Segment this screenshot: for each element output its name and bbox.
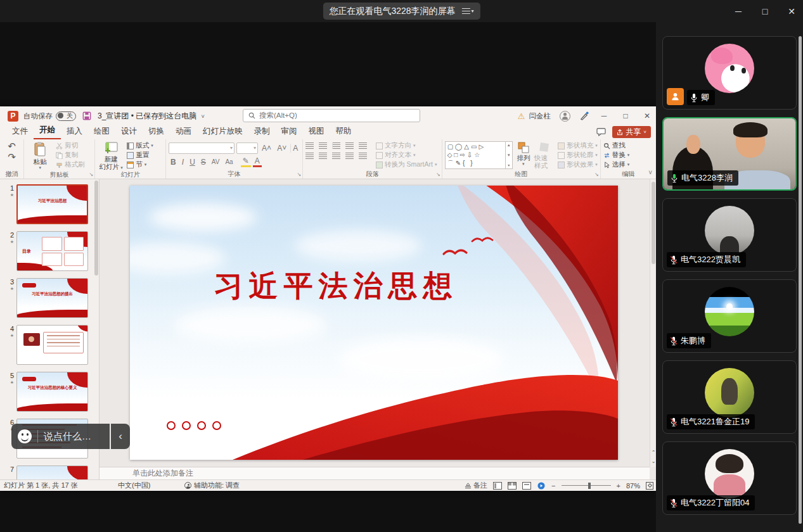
sidebar-scrollbar[interactable] [799,36,802,524]
columns-button[interactable] [359,153,367,159]
highlight-color-button[interactable]: ✎ [241,156,251,167]
reset-button[interactable]: 重置 [127,151,153,160]
dialog-launcher-icon[interactable]: ↘ [89,172,93,177]
participant-tile[interactable]: 电气3222丁留阳04 [662,441,797,515]
participant-tile[interactable]: 朱鹏博 [662,279,797,353]
slide-thumb-image[interactable]: 习近平法治思想的核心要义 [16,372,88,412]
quick-styles-button[interactable]: 快速样式 [534,141,554,169]
slide-sorter-view-button[interactable] [508,482,517,490]
autosave-control[interactable]: 自动保存 关 [23,111,76,121]
tab-help[interactable]: 帮助 [330,126,357,139]
tab-slideshow[interactable]: 幻灯片放映 [197,126,248,139]
slide-title[interactable]: 习近平法治思想 [130,267,542,306]
slide-canvas[interactable]: 习近平法治思想 [130,186,618,460]
draw-pen-icon[interactable] [579,111,589,121]
warning-icon[interactable]: ⚠ [518,111,525,121]
font-color-button[interactable]: A [253,156,262,167]
ppt-restore-button[interactable]: □ [619,111,632,120]
language-status[interactable]: 中文(中国) [118,481,184,490]
redo-button[interactable]: ↷ [8,152,16,162]
close-button[interactable]: ✕ [787,6,797,16]
increase-indent-button[interactable] [345,142,354,149]
account-name[interactable]: 闫金柱 [529,111,551,121]
smartart-button[interactable]: 转换为 SmartArt ▾ [376,160,437,169]
undo-button[interactable]: ↶ [8,141,16,151]
reading-view-button[interactable] [522,482,531,490]
format-painter-button[interactable]: 格式刷 [56,160,85,169]
banner-menu-icon[interactable]: ▾ [462,8,474,14]
numbering-button[interactable] [319,142,327,149]
bold-button[interactable]: B [169,158,178,167]
dialog-launcher-icon[interactable]: ↘ [297,172,301,177]
thumbnail-7[interactable]: 7 [4,466,88,479]
tab-file[interactable]: 文件 [6,126,34,139]
tab-design[interactable]: 设计 [115,126,143,139]
notes-toggle-button[interactable]: 备注 [465,481,487,490]
text-direction-button[interactable]: 文字方向 ▾ [376,141,437,150]
zoom-out-button[interactable]: − [551,482,555,490]
change-case-button[interactable]: Aa [223,158,234,165]
arrange-button[interactable]: 排列 ▾ [515,141,532,167]
shape-outline-button[interactable]: 形状轮廓 ▾ [558,151,598,160]
accessibility-status[interactable]: 辅助功能: 调查 [184,481,240,490]
grow-font-button[interactable]: A˄ [260,144,273,153]
clear-formatting-button[interactable]: A [290,144,300,153]
select-button[interactable]: 选择 ▾ [603,160,630,169]
autosave-toggle[interactable]: 关 [56,111,76,121]
bullets-button[interactable] [305,142,314,149]
slide-thumb-image[interactable] [16,466,88,479]
tab-review[interactable]: 审阅 [276,126,303,139]
character-spacing-button[interactable]: AV [210,158,222,165]
thumbnail-2[interactable]: 2 ★ 目录 [4,231,88,271]
participant-tile[interactable]: 电气3221鲁金正19 [662,360,797,434]
comment-icon[interactable] [596,128,606,136]
slide-thumb-image[interactable]: 习近平法治思想的提出 [16,278,88,318]
tab-view[interactable]: 视图 [303,126,330,139]
copy-button[interactable]: 复制 [56,151,85,160]
align-right-button[interactable] [332,153,340,159]
shrink-font-button[interactable]: A˅ [275,144,288,153]
ppt-minimize-button[interactable]: ─ [598,111,610,120]
tab-animations[interactable]: 动画 [170,126,197,139]
zoom-slider[interactable] [562,485,611,486]
share-button[interactable]: 共享 ˅ [612,126,651,138]
font-size-combobox[interactable] [236,142,258,154]
align-left-button[interactable] [305,153,314,159]
viewing-banner[interactable]: 您正在观看电气3228李润的屏幕 ▾ [323,3,480,20]
thumbnail-4[interactable]: 4 ★ [4,325,88,365]
collapse-ribbon-button[interactable]: ˅ [648,169,652,176]
thumbnail-3[interactable]: 3 ★ 习近平法治思想的提出 [4,278,88,318]
tab-insert[interactable]: 插入 [61,126,88,139]
line-spacing-button[interactable] [359,142,367,149]
font-name-combobox[interactable] [169,142,234,154]
normal-view-button[interactable] [493,482,502,490]
shapes-gallery[interactable]: ▢◯△▭▷ ◇□⇨⇩☆ ⌒✎{ } [445,141,506,169]
tab-draw[interactable]: 绘图 [88,126,115,139]
underline-button[interactable]: U [188,158,197,167]
paste-button[interactable]: 粘贴 ▾ [27,141,53,170]
slide-position-status[interactable]: 幻灯片 第 1 张, 共 17 张 [4,481,118,490]
shapes-gallery-scroll[interactable]: ▲ ▼ ▾ [506,141,513,169]
zoom-in-button[interactable]: + [617,482,620,490]
replace-button[interactable]: 替换 ▾ [603,151,630,160]
italic-button[interactable]: I [180,158,186,167]
find-button[interactable]: 查找 [603,141,630,150]
zoom-level[interactable]: 87% [626,482,640,490]
thumbnail-1[interactable]: 1 ★ 习近平法治思想 [4,184,88,224]
account-avatar[interactable] [560,111,570,122]
slide-thumb-image[interactable]: 习近平法治思想 [16,184,88,224]
minimize-button[interactable]: ─ [733,6,743,16]
editor-scrollbar[interactable]: ⌃ ⌄ [650,179,656,467]
maximize-button[interactable]: □ [760,6,770,16]
justify-button[interactable] [345,153,354,159]
shape-effects-button[interactable]: 形状效果 ▾ [558,160,598,169]
tab-record[interactable]: 录制 [248,126,276,139]
ppt-close-button[interactable]: ✕ [641,111,653,120]
save-icon[interactable] [82,111,91,120]
tab-transitions[interactable]: 切换 [143,126,170,139]
new-slide-button[interactable]: 新建 幻灯片 ▾ [98,141,124,170]
align-text-button[interactable]: 对齐文本 ▾ [376,151,437,160]
chat-collapse-button[interactable]: ‹ [111,424,130,449]
zoom-slider-thumb[interactable] [588,483,591,489]
chat-input[interactable]: 说点什么… [11,424,110,449]
